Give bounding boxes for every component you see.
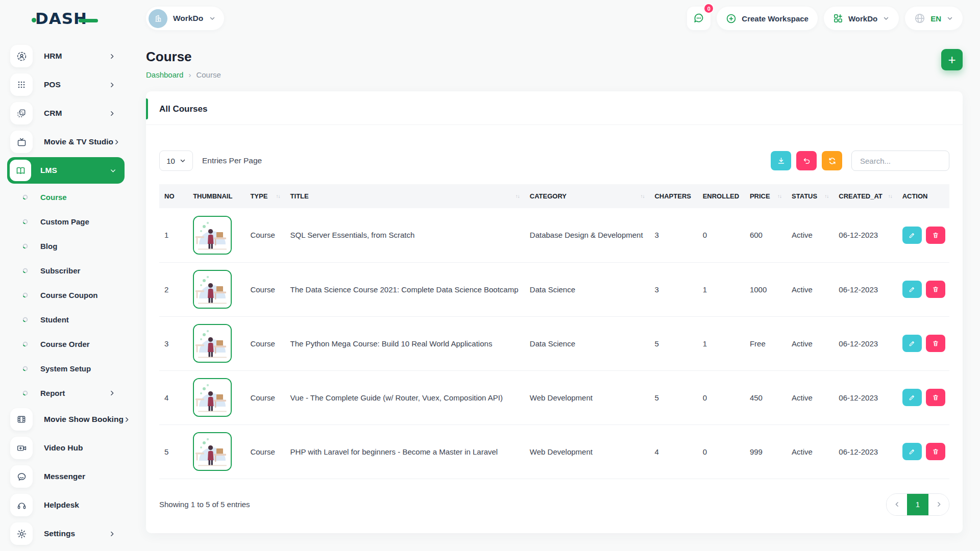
page-size-select[interactable]: 10 — [159, 151, 193, 171]
course-thumbnail — [193, 270, 232, 309]
bullet-icon — [22, 390, 28, 396]
sidebar-item-lms[interactable]: LMS — [7, 157, 125, 184]
cell-price: 999 — [745, 424, 787, 479]
sidebar-subitem-report[interactable]: Report — [10, 381, 138, 405]
course-thumbnail — [193, 216, 232, 255]
sidebar-subitem-student[interactable]: Student — [10, 307, 138, 332]
messages-button[interactable]: 0 — [687, 7, 710, 30]
cell-no: 2 — [159, 262, 188, 316]
breadcrumb-separator: › — [188, 70, 191, 79]
edit-course-button[interactable] — [902, 281, 922, 298]
sidebar-item-crm[interactable]: CRM — [10, 99, 138, 128]
table-header-row: NO THUMBNAIL TYPE↑↓ TITLE↑↓ CATEGORY↑↓ C… — [159, 184, 949, 208]
cell-enrolled: 0 — [698, 370, 745, 424]
breadcrumb-dashboard-link[interactable]: Dashboard — [146, 70, 183, 79]
delete-course-button[interactable] — [926, 335, 945, 352]
sidebar-item-helpdesk[interactable]: Helpdesk — [10, 491, 138, 519]
col-category[interactable]: CATEGORY↑↓ — [525, 184, 650, 208]
sidebar-subitem-course-order[interactable]: Course Order — [10, 332, 138, 356]
sidebar-subitem-blog[interactable]: Blog — [10, 234, 138, 258]
language-code: EN — [930, 14, 941, 23]
chevron-down-icon — [883, 15, 890, 22]
delete-course-button[interactable] — [926, 227, 945, 244]
cell-created-at: 06-12-2023 — [834, 370, 897, 424]
cell-status: Active — [787, 424, 834, 479]
search-input[interactable] — [851, 151, 949, 171]
edit-course-button[interactable] — [902, 227, 922, 244]
chevron-right-icon — [109, 390, 115, 396]
film-icon — [10, 408, 33, 431]
brand-logo: DASH — [32, 9, 98, 28]
workspace-menu-button[interactable]: WorkDo — [824, 7, 899, 30]
entries-per-page-label: Entries Per Page — [202, 156, 262, 165]
sidebar-item-messenger[interactable]: Messenger — [10, 462, 138, 491]
pagination: 1 — [886, 493, 949, 516]
trash-icon — [932, 448, 939, 455]
headphones-icon — [10, 494, 33, 516]
pencil-icon — [909, 286, 916, 293]
edit-course-button[interactable] — [902, 335, 922, 352]
messenger-icon — [10, 465, 33, 488]
cell-title: The Python Mega Course: Build 10 Real Wo… — [285, 316, 525, 370]
col-title[interactable]: TITLE↑↓ — [285, 184, 525, 208]
sidebar-item-settings[interactable]: Settings — [10, 519, 138, 548]
main-content: Course Dashboard › Course + All Courses … — [138, 37, 980, 551]
cell-category: Data Science — [525, 262, 650, 316]
workspace-name: WorkDo — [173, 14, 203, 23]
topbar: DASH WorkDo 0 Create Workspace WorkDo EN — [0, 0, 980, 37]
pagination-prev-button[interactable] — [887, 494, 907, 515]
cell-status: Active — [787, 370, 834, 424]
cell-category: Web Development — [525, 424, 650, 479]
sort-icon: ↑↓ — [824, 193, 828, 199]
sidebar-subitem-course[interactable]: Course — [10, 185, 138, 209]
sidebar-subitem-course-coupon[interactable]: Course Coupon — [10, 283, 138, 307]
sidebar-item-hrm[interactable]: HRM — [10, 42, 138, 70]
col-type[interactable]: TYPE↑↓ — [245, 184, 285, 208]
col-created-at[interactable]: CREATED_AT↑↓ — [834, 184, 897, 208]
col-price[interactable]: PRICE↑↓ — [745, 184, 787, 208]
table-footer: Showing 1 to 5 of 5 entries 1 — [159, 493, 949, 516]
delete-course-button[interactable] — [926, 281, 945, 298]
sidebar-item-movie-tv-studio[interactable]: Movie & TV Studio — [10, 128, 138, 156]
plus-circle-icon — [726, 13, 737, 24]
table-row: 1 Course SQL Server Essentials, from Scr… — [159, 208, 949, 262]
pagination-page-1[interactable]: 1 — [907, 494, 928, 515]
bullet-icon — [22, 268, 28, 273]
topbar-actions: 0 Create Workspace WorkDo EN — [687, 7, 963, 30]
delete-course-button[interactable] — [926, 443, 945, 460]
breadcrumb-current: Course — [196, 70, 220, 79]
chevron-right-icon — [109, 53, 115, 60]
refresh-button[interactable] — [822, 151, 842, 170]
sidebar-item-pos[interactable]: POS — [10, 70, 138, 99]
workspace-selector[interactable]: WorkDo — [146, 7, 224, 30]
col-status[interactable]: STATUS↑↓ — [787, 184, 834, 208]
pencil-icon — [909, 340, 916, 347]
col-enrolled: ENROLLED — [698, 184, 745, 208]
logo-dash-icon — [79, 19, 98, 22]
delete-course-button[interactable] — [926, 389, 945, 406]
sidebar-subitem-subscriber[interactable]: Subscriber — [10, 258, 138, 283]
cell-status: Active — [787, 316, 834, 370]
tv-icon — [10, 131, 33, 153]
chat-icon — [693, 12, 705, 24]
reset-button[interactable] — [796, 151, 817, 170]
edit-course-button[interactable] — [902, 443, 922, 460]
cell-no: 4 — [159, 370, 188, 424]
cell-category: Data Science — [525, 316, 650, 370]
add-course-button[interactable]: + — [941, 49, 963, 70]
export-button[interactable] — [771, 151, 791, 170]
sidebar-item-video-hub[interactable]: Video Hub — [10, 434, 138, 462]
sidebar-subitem-custom-page[interactable]: Custom Page — [10, 209, 138, 234]
sidebar-item-movie-show-booking[interactable]: Movie Show Booking — [10, 405, 138, 434]
cell-chapters: 4 — [649, 424, 697, 479]
create-workspace-button[interactable]: Create Workspace — [717, 7, 818, 30]
language-selector[interactable]: EN — [905, 7, 963, 30]
edit-course-button[interactable] — [902, 389, 922, 406]
pencil-icon — [909, 394, 916, 401]
col-action: ACTION — [897, 184, 949, 208]
pagination-next-button[interactable] — [928, 494, 949, 515]
cell-type: Course — [245, 208, 285, 262]
video-camera-icon — [10, 437, 33, 459]
sidebar-subitem-system-setup[interactable]: System Setup — [10, 356, 138, 381]
cell-created-at: 06-12-2023 — [834, 316, 897, 370]
